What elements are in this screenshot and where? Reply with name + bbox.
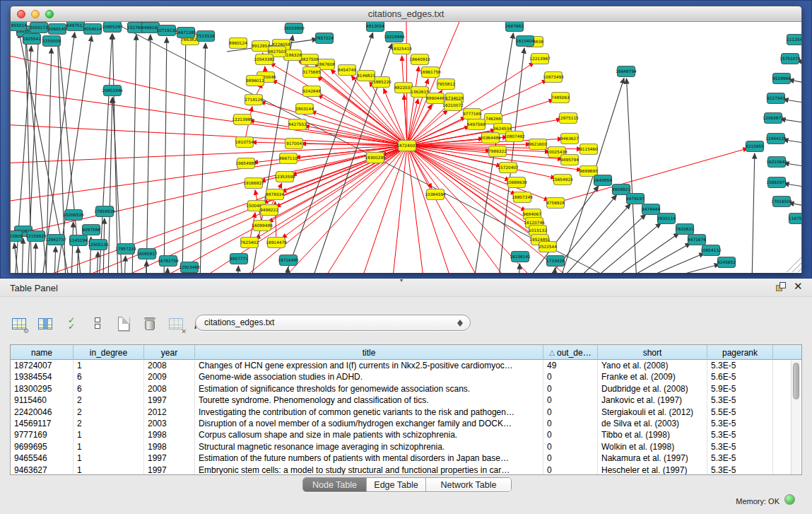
column-header-name[interactable]: name: [11, 345, 73, 360]
graph-node[interactable]: 9242848: [302, 86, 321, 97]
graph-node[interactable]: 7485063: [551, 93, 570, 103]
graph-node[interactable]: 1733426: [546, 256, 565, 267]
float-window-icon[interactable]: [776, 282, 787, 293]
graph-node[interactable]: 2687682: [505, 22, 524, 32]
graph-node[interactable]: 18300295: [365, 153, 386, 163]
graph-node[interactable]: 10973493: [543, 72, 564, 83]
graph-node[interactable]: 1112544: [787, 35, 801, 45]
graph-node[interactable]: 15654923: [552, 175, 573, 185]
graph-node[interactable]: 1810754: [235, 137, 254, 148]
graph-node[interactable]: 9474444: [642, 204, 660, 215]
graph-node[interactable]: 8667110: [279, 153, 298, 164]
graph-node[interactable]: 6497512: [66, 22, 85, 31]
graph-node[interactable]: 10654112: [700, 245, 722, 256]
graph-node[interactable]: 9495794: [560, 155, 579, 165]
graph-node[interactable]: 1640954: [594, 175, 612, 186]
graph-node[interactable]: 8054014: [83, 24, 102, 35]
graph-node[interactable]: 8878334: [266, 189, 284, 200]
graph-node[interactable]: 7625402: [240, 238, 259, 248]
graph-node[interactable]: 2803144: [295, 104, 314, 115]
graph-node[interactable]: 19654985: [235, 158, 257, 169]
table-row[interactable]: 977716911998Corpus callosum shape and si…: [11, 429, 801, 440]
graph-node[interactable]: 15751074: [779, 54, 801, 64]
graph-node[interactable]: 9529966: [772, 74, 791, 84]
graph-node[interactable]: 12353599: [274, 172, 295, 182]
graph-node[interactable]: 8960124: [229, 38, 247, 49]
graph-node[interactable]: 9498222: [260, 205, 278, 216]
graph-node[interactable]: 18724007: [396, 141, 418, 151]
column-header-in_degree[interactable]: in_degree: [73, 345, 144, 360]
tab-edge-table[interactable]: Edge Table: [367, 478, 426, 491]
graph-node[interactable]: 9227343: [767, 93, 785, 104]
graph-node[interactable]: 10955297: [102, 22, 123, 33]
table-row[interactable]: 946554611997Estimation of the future num…: [11, 452, 801, 464]
graph-node[interactable]: 9857771: [230, 254, 248, 264]
graph-node[interactable]: 917004: [286, 139, 303, 149]
graph-node[interactable]: 16095817: [136, 249, 158, 259]
graph-node[interactable]: 17959928: [94, 206, 115, 217]
graph-node[interactable]: 12213967: [529, 54, 551, 64]
graph-node[interactable]: 8471676: [688, 235, 706, 245]
graph-node[interactable]: 16099489: [252, 221, 273, 231]
network-window-titlebar[interactable]: citations_edges.txt: [11, 6, 801, 22]
graph-node[interactable]: 9896012: [246, 76, 264, 86]
network-view[interactable]: 1872400718325419186409101696175879558128…: [11, 22, 801, 273]
graph-node[interactable]: 7632621: [676, 224, 694, 235]
graph-node[interactable]: 746266: [485, 114, 502, 124]
graph-node[interactable]: 8813054: [366, 22, 384, 32]
table-settings-button[interactable]: ⚙: [10, 315, 28, 333]
graph-node[interactable]: 9756928: [546, 198, 565, 209]
graph-node[interactable]: 19218986: [384, 32, 405, 42]
table-row[interactable]: 911546021997Tourette syndrome. Phenomeno…: [11, 395, 801, 406]
graph-node[interactable]: 20364486: [480, 133, 501, 144]
graph-node[interactable]: 1615404: [516, 36, 534, 47]
graph-node[interactable]: 2522544: [539, 242, 557, 252]
vertical-scrollbar[interactable]: [791, 361, 801, 475]
graph-node[interactable]: 17016504: [771, 197, 792, 207]
select-rows-button[interactable]: ✓✓: [62, 315, 81, 333]
graph-node[interactable]: 8990448: [426, 93, 445, 104]
column-header-pagerank[interactable]: pagerank: [707, 345, 773, 360]
graph-node[interactable]: 1167533: [789, 214, 801, 224]
tab-node-table[interactable]: Node Table: [303, 478, 367, 491]
table-row[interactable]: 1456911722003Disruption of a novel membe…: [11, 418, 801, 429]
graph-node[interactable]: 15692971: [766, 177, 787, 188]
graph-node[interactable]: 18640910: [409, 54, 430, 65]
graph-node[interactable]: 12923468: [179, 262, 200, 273]
graph-node[interactable]: 19716485: [278, 255, 299, 266]
graph-node[interactable]: 2055172: [30, 23, 48, 33]
close-icon[interactable]: ✕: [794, 280, 803, 293]
table-row[interactable]: 946362711997Embryonic stem cells: a mode…: [11, 465, 801, 475]
graph-node[interactable]: 17957233: [115, 244, 136, 255]
graph-node[interactable]: 7955812: [437, 79, 455, 90]
graph-node[interactable]: 1855014: [11, 22, 27, 31]
column-header-short[interactable]: short: [598, 345, 707, 360]
graph-node[interactable]: 10807482: [504, 132, 525, 142]
splitter-handle-icon[interactable]: ▾: [400, 277, 403, 284]
graph-node[interactable]: 16914479: [266, 238, 287, 248]
network-table-select[interactable]: citations_edges.txt: [195, 315, 471, 331]
graph-node[interactable]: 16648794: [616, 66, 637, 77]
graph-node[interactable]: 15720407: [498, 163, 519, 173]
graph-node[interactable]: 7515526: [196, 31, 215, 42]
graph-node[interactable]: 12505135: [88, 240, 109, 250]
graph-node[interactable]: 12444129: [765, 134, 787, 144]
graph-node[interactable]: 9621600: [529, 139, 547, 150]
graph-node[interactable]: 6497568: [467, 119, 486, 130]
table-row[interactable]: 1830029562008Estimation of significance …: [11, 383, 801, 395]
graph-node[interactable]: 16961758: [420, 67, 441, 78]
graph-node[interactable]: 1925541: [23, 34, 41, 45]
graph-node[interactable]: 8215955: [746, 141, 764, 152]
graph-node[interactable]: 2069140: [48, 24, 66, 35]
new-table-button[interactable]: [114, 315, 133, 333]
graph-node[interactable]: 20206526: [63, 210, 84, 221]
graph-node[interactable]: 9097588: [82, 225, 100, 235]
graph-node[interactable]: 18325419: [391, 44, 412, 54]
graph-node[interactable]: 9463627: [560, 134, 579, 144]
graph-node[interactable]: 16033809: [283, 23, 305, 34]
table-row[interactable]: 969969511998Structural magnetic resonanc…: [11, 441, 801, 452]
graph-node[interactable]: 12975115: [558, 113, 579, 124]
graph-node[interactable]: 16136141: [510, 252, 531, 262]
graph-node[interactable]: 12093872: [763, 113, 784, 124]
graph-node[interactable]: 18807249: [512, 192, 533, 203]
